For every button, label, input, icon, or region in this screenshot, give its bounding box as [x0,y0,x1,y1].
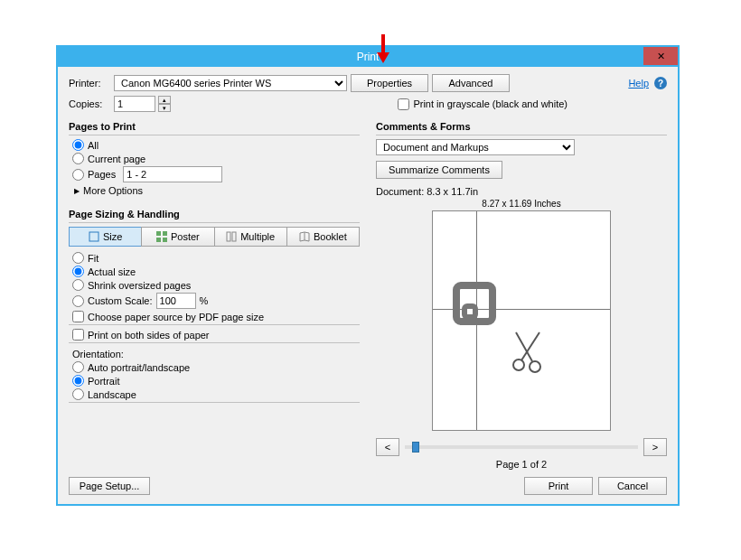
shrink-label: Shrink oversized pages [88,280,191,291]
grayscale-checkbox[interactable] [398,98,409,110]
preview-dimensions: 8.27 x 11.69 Inches [482,199,560,209]
landscape-radio[interactable] [72,388,84,400]
more-options-label: More Options [83,185,143,196]
size-icon [89,231,99,242]
sizing-title: Page Sizing & Handling [69,209,360,219]
landscape-label: Landscape [88,389,136,400]
print-button[interactable]: Print [524,477,593,495]
copies-label: Copies: [69,98,110,109]
svg-rect-6 [232,232,236,241]
both-sides-label: Print on both sides of paper [88,330,210,341]
grayscale-label: Print in grayscale (black and white) [413,98,567,109]
percent-label: % [200,295,209,306]
svg-point-7 [513,359,524,370]
fit-label: Fit [88,253,98,264]
pages-label: Pages [88,169,116,180]
booklet-icon [299,231,310,242]
window-title: Print [357,51,380,63]
choose-paper-checkbox[interactable] [72,311,84,322]
titlebar: Print ✕ [58,47,678,67]
prev-page-button[interactable]: < [376,438,399,456]
spin-down-icon[interactable]: ▾ [158,104,171,112]
advanced-button[interactable]: Advanced [432,74,510,92]
sizing-segmented: Size Poster Multiple Booklet [69,227,360,247]
printer-select[interactable]: Canon MG6400 series Printer WS [114,75,347,91]
auto-orient-radio[interactable] [72,361,84,373]
all-label: All [88,140,98,151]
portrait-radio[interactable] [72,375,84,387]
multiple-icon [226,231,237,242]
fit-radio[interactable] [72,252,84,264]
print-preview [432,210,611,431]
current-page-radio[interactable] [72,153,84,164]
actual-size-radio[interactable] [72,266,84,277]
close-icon: ✕ [657,51,665,62]
svg-rect-0 [89,232,98,241]
copies-input[interactable] [114,96,155,112]
all-radio[interactable] [72,139,84,151]
page-slider[interactable] [405,445,638,449]
size-tab[interactable]: Size [69,227,142,247]
svg-rect-4 [163,238,167,242]
comments-forms-select[interactable]: Document and Markups [376,139,575,155]
portrait-label: Portrait [88,376,119,387]
next-page-button[interactable]: > [643,438,667,456]
more-options-toggle[interactable]: ▶More Options [74,185,360,196]
custom-scale-input[interactable] [156,293,196,309]
svg-rect-2 [163,231,167,236]
pages-input[interactable] [123,166,222,182]
dialog-content: Printer: Canon MG6400 series Printer WS … [58,67,678,504]
multiple-tab[interactable]: Multiple [214,227,287,247]
orientation-label: Orientation: [69,347,360,359]
properties-button[interactable]: Properties [351,74,428,92]
poster-tab[interactable]: Poster [141,227,214,247]
svg-rect-5 [227,232,230,241]
both-sides-checkbox[interactable] [72,329,84,341]
current-page-label: Current page [88,154,145,164]
choose-paper-label: Choose paper source by PDF page size [88,312,264,322]
callout-arrow [377,34,389,67]
printer-label: Printer: [69,78,110,89]
page-setup-button[interactable]: Page Setup... [69,477,150,495]
custom-scale-label: Custom Scale: [88,295,153,306]
pages-to-print-title: Pages to Print [69,121,360,132]
shrink-radio[interactable] [72,279,84,291]
pages-radio[interactable] [72,169,84,181]
page-indicator: Page 1 of 2 [496,459,547,470]
scissors-icon [511,329,547,374]
close-button[interactable]: ✕ [643,47,678,65]
preview-logo-icon [453,282,496,325]
custom-scale-radio[interactable] [72,295,84,307]
help-icon[interactable]: ? [654,77,667,89]
poster-icon [156,231,167,242]
print-dialog: Print ✕ Printer: Canon MG6400 series Pri… [56,45,680,506]
document-dimensions: Document: 8.3 x 11.7in [376,186,667,197]
spin-up-icon[interactable]: ▴ [158,96,171,104]
auto-orient-label: Auto portrait/landscape [88,362,190,373]
cancel-button[interactable]: Cancel [598,477,667,495]
help-link[interactable]: Help [628,78,649,89]
svg-rect-1 [156,231,161,236]
actual-size-label: Actual size [88,266,136,277]
svg-rect-3 [156,238,161,242]
copies-spinner[interactable]: ▴ ▾ [158,96,171,112]
comments-forms-title: Comments & Forms [376,121,667,132]
summarize-comments-button[interactable]: Summarize Comments [376,161,502,179]
booklet-tab[interactable]: Booklet [286,227,360,247]
triangle-right-icon: ▶ [74,187,80,195]
svg-point-8 [530,361,540,372]
